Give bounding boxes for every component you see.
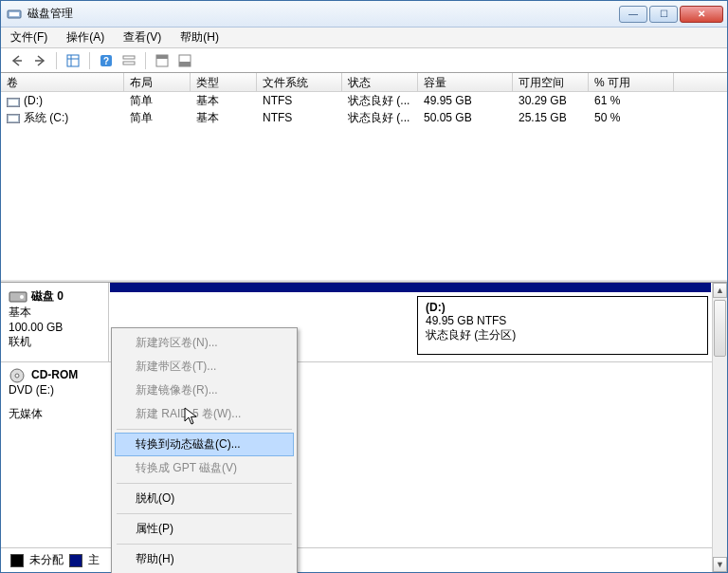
menu-help[interactable]: 帮助(H): [176, 28, 223, 47]
volume-icon: [7, 97, 20, 106]
svg-rect-10: [156, 55, 168, 59]
ctx-help[interactable]: 帮助(H): [115, 547, 294, 571]
col-status[interactable]: 状态: [342, 73, 418, 91]
ctx-new-spanned[interactable]: 新建跨区卷(N)...: [115, 331, 294, 355]
svg-rect-16: [9, 116, 18, 121]
partition-name: (D:): [426, 301, 700, 314]
vol-status: 状态良好 (...: [342, 110, 418, 126]
vol-type: 基本: [191, 93, 257, 109]
toolbar-separator: [89, 52, 90, 69]
svg-text:?: ?: [103, 56, 109, 66]
back-button[interactable]: [7, 50, 27, 71]
menu-action[interactable]: 操作(A): [63, 28, 108, 47]
table-row[interactable]: (D:) 简单 基本 NTFS 状态良好 (... 49.95 GB 30.29…: [1, 92, 727, 109]
disk0-kind: 基本: [9, 305, 100, 321]
view-details-icon[interactable]: [118, 50, 139, 71]
col-free[interactable]: 可用空间: [513, 73, 589, 91]
view-list-icon[interactable]: [63, 50, 83, 71]
disk-icon: [9, 289, 27, 305]
ctx-offline[interactable]: 脱机(O): [115, 487, 294, 510]
vol-layout: 简单: [124, 110, 191, 126]
maximize-button[interactable]: ☐: [649, 6, 678, 23]
ctx-new-mirror[interactable]: 新建镜像卷(R)...: [115, 379, 294, 402]
volume-icon: [7, 113, 20, 122]
vol-name: (D:): [24, 94, 43, 107]
vertical-scrollbar[interactable]: ▲ ▼: [712, 283, 727, 572]
disk-map-pane: 磁盘 0 基本 100.00 GB 联机 (D:) 49.95 GB NTFS …: [1, 282, 727, 572]
svg-rect-7: [123, 56, 135, 59]
vol-pct: 50 %: [589, 111, 674, 124]
cdrom-title: CD-ROM: [31, 368, 78, 381]
scroll-up-button[interactable]: ▲: [713, 283, 727, 298]
disk0-state: 联机: [9, 334, 100, 350]
toolbar-separator: [56, 52, 57, 69]
col-pct[interactable]: % 可用: [589, 73, 674, 91]
ctx-convert-gpt[interactable]: 转换成 GPT 磁盘(V): [115, 456, 294, 480]
svg-rect-8: [123, 62, 135, 65]
view-bottom-icon[interactable]: [174, 50, 195, 71]
svg-rect-14: [9, 100, 18, 105]
volume-table-body: (D:) 简单 基本 NTFS 状态良好 (... 49.95 GB 30.29…: [1, 92, 727, 282]
vol-fs: NTFS: [257, 94, 342, 107]
svg-rect-1: [9, 12, 19, 16]
view-top-icon[interactable]: [152, 50, 173, 71]
disk0-header-bar: [110, 283, 711, 292]
legend-unalloc-text: 未分配: [29, 552, 64, 568]
col-volume[interactable]: 卷: [1, 73, 124, 91]
disk0-title: 磁盘 0: [31, 289, 64, 303]
legend-unalloc-box: [10, 554, 24, 567]
toolbar-separator: [145, 52, 146, 69]
vol-layout: 简单: [124, 93, 191, 109]
ctx-new-striped[interactable]: 新建带区卷(T)...: [115, 355, 294, 379]
vol-capacity: 50.05 GB: [418, 111, 513, 124]
menubar: 文件(F) 操作(A) 查看(V) 帮助(H): [1, 28, 727, 48]
vol-fs: NTFS: [257, 111, 342, 124]
disk0-label: 磁盘 0 基本 100.00 GB 联机: [1, 283, 109, 361]
cdrom-label: CD-ROM DVD (E:) 无媒体: [1, 362, 109, 467]
svg-rect-12: [179, 62, 191, 66]
cdrom-line3: 无媒体: [9, 406, 101, 422]
disk0-partition-d[interactable]: (D:) 49.95 GB NTFS 状态良好 (主分区): [417, 296, 708, 355]
vol-capacity: 49.95 GB: [418, 94, 513, 107]
titlebar[interactable]: 磁盘管理 — ☐ ✕: [1, 1, 727, 28]
partition-desc1: 49.95 GB NTFS: [426, 314, 700, 327]
forward-button[interactable]: [29, 50, 50, 71]
ctx-separator: [117, 513, 292, 514]
partition-desc2: 状态良好 (主分区): [426, 327, 700, 343]
cdrom-line2: DVD (E:): [9, 383, 101, 397]
menu-file[interactable]: 文件(F): [7, 28, 51, 47]
legend: 未分配 主: [1, 547, 712, 572]
volume-table-header: 卷 布局 类型 文件系统 状态 容量 可用空间 % 可用: [1, 73, 727, 92]
ctx-separator: [117, 483, 292, 484]
col-type[interactable]: 类型: [191, 73, 257, 91]
ctx-separator: [117, 544, 292, 545]
ctx-convert-dynamic[interactable]: 转换到动态磁盘(C)...: [115, 433, 294, 456]
minimize-button[interactable]: —: [619, 6, 647, 23]
col-fs[interactable]: 文件系统: [257, 73, 342, 91]
content-area: 卷 布局 类型 文件系统 状态 容量 可用空间 % 可用 (D:) 简单 基本 …: [1, 73, 727, 572]
menu-view[interactable]: 查看(V): [119, 28, 165, 47]
disk0-size: 100.00 GB: [9, 321, 100, 334]
vol-type: 基本: [191, 110, 257, 126]
vol-pct: 61 %: [589, 94, 674, 107]
table-row[interactable]: 系统 (C:) 简单 基本 NTFS 状态良好 (... 50.05 GB 25…: [1, 109, 727, 126]
ctx-new-raid5[interactable]: 新建 RAID-5 卷(W)...: [115, 402, 294, 426]
close-button[interactable]: ✕: [680, 6, 723, 23]
help-icon[interactable]: ?: [96, 50, 117, 71]
disk-row-0[interactable]: 磁盘 0 基本 100.00 GB 联机 (D:) 49.95 GB NTFS …: [1, 283, 712, 362]
window-title: 磁盘管理: [27, 6, 617, 22]
vol-free: 25.15 GB: [513, 111, 589, 124]
legend-primary-box: [69, 554, 82, 567]
col-capacity[interactable]: 容量: [418, 73, 513, 91]
legend-primary-text: 主: [88, 552, 100, 568]
col-layout[interactable]: 布局: [124, 73, 191, 91]
svg-point-18: [20, 295, 24, 299]
vol-free: 30.29 GB: [513, 94, 589, 107]
window-buttons: — ☐ ✕: [617, 6, 723, 23]
cdrom-icon: [9, 368, 27, 383]
disk-row-cdrom[interactable]: CD-ROM DVD (E:) 无媒体: [1, 362, 712, 467]
vol-status: 状态良好 (...: [342, 93, 418, 109]
ctx-properties[interactable]: 属性(P): [115, 517, 294, 541]
scroll-thumb[interactable]: [714, 300, 726, 357]
scroll-down-button[interactable]: ▼: [713, 557, 727, 572]
